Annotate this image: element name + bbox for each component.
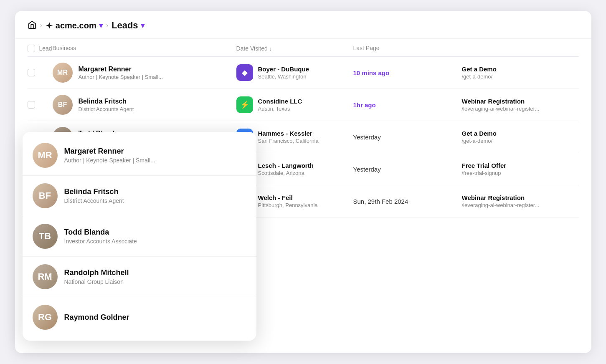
col-header-business: Business xyxy=(53,45,236,52)
biz-name-4: Welch - Feil xyxy=(258,194,318,201)
lastpage-url-1: /leveraging-ai-webinar-register... xyxy=(462,106,579,112)
date-cell-2: Yesterday xyxy=(353,134,462,141)
lead-name-1: Belinda Fritsch xyxy=(79,98,134,105)
biz-logo-0: ◆ xyxy=(236,64,253,81)
table-row[interactable]: BF Belinda Fritsch District Accounts Age… xyxy=(28,89,579,121)
biz-name-3: Lesch - Langworth xyxy=(258,162,314,169)
business-cell-0: ◆ Boyer - DuBuque Seattle, Washington xyxy=(236,64,353,81)
biz-name-0: Boyer - DuBuque xyxy=(258,66,309,73)
col-header-date[interactable]: Date Visited ↓ xyxy=(236,45,353,52)
business-cell-1: ⚡ Considine LLC Austin, Texas xyxy=(236,96,353,113)
float-avatar-initials-2: TB xyxy=(33,224,58,249)
biz-info-4: Welch - Feil Pittsburgh, Pennsylvania xyxy=(258,194,318,208)
acme-label: acme.com xyxy=(56,21,96,30)
breadcrumb: › acme.com ▾ › Leads ▾ xyxy=(15,11,591,39)
float-avatar-initials-4: RG xyxy=(33,305,58,330)
breadcrumb-sep-2: › xyxy=(106,22,108,29)
col-lastpage-label: Last Page xyxy=(353,45,380,51)
avatar-initials-0: MR xyxy=(57,69,68,76)
float-name-0: Margaret Renner xyxy=(64,147,155,156)
lead-name-0: Margaret Renner xyxy=(79,66,163,73)
lastpage-url-0: /get-a-demo/ xyxy=(462,73,579,80)
leads-chevron-icon: ▾ xyxy=(141,21,145,30)
row-checkbox-cell xyxy=(28,101,53,109)
date-cell-1: 1hr ago xyxy=(353,101,462,109)
col-date-label: Date Visited xyxy=(236,45,268,52)
home-icon[interactable] xyxy=(28,20,37,31)
float-row-1[interactable]: BF Belinda Fritsch District Accounts Age… xyxy=(23,176,256,216)
lastpage-cell-2: Get a Demo /get-a-demo/ xyxy=(462,130,579,144)
float-info-2: Todd Blanda Investor Accounts Associate xyxy=(64,228,137,245)
float-row-2[interactable]: TB Todd Blanda Investor Accounts Associa… xyxy=(23,216,256,257)
lastpage-cell-3: Free Trial Offer /free-trial-signup xyxy=(462,162,579,176)
biz-icon-0: ◆ xyxy=(242,68,248,77)
lastpage-title-1: Webinar Registration xyxy=(462,98,579,105)
lastpage-url-4: /leveraging-ai-webinar-register... xyxy=(462,202,579,208)
lastpage-cell-0: Get a Demo /get-a-demo/ xyxy=(462,66,579,80)
table-header: Lead Business Date Visited ↓ Last Page xyxy=(28,39,579,57)
lastpage-title-0: Get a Demo xyxy=(462,66,579,73)
float-row-3[interactable]: RM Randolph Mitchell National Group Liai… xyxy=(23,257,256,297)
float-row-0[interactable]: MR Margaret Renner Author | Keynote Spea… xyxy=(23,135,256,176)
lastpage-title-3: Free Trial Offer xyxy=(462,162,579,169)
float-avatar-initials-1: BF xyxy=(33,183,58,208)
date-cell-4: Sun, 29th Feb 2024 xyxy=(353,198,462,205)
biz-name-2: Hammes - Kessler xyxy=(258,130,319,137)
col-header-lead: Lead xyxy=(28,45,53,52)
date-cell-3: Yesterday xyxy=(353,166,462,173)
biz-loc-4: Pittsburgh, Pennsylvania xyxy=(258,202,318,208)
biz-loc-0: Seattle, Washington xyxy=(258,73,309,80)
svg-marker-0 xyxy=(46,22,53,29)
biz-logo-1: ⚡ xyxy=(236,96,253,113)
select-all-checkbox[interactable] xyxy=(28,45,35,52)
float-name-1: Belinda Fritsch xyxy=(64,187,124,196)
row-checkbox-1[interactable] xyxy=(28,101,35,109)
biz-info-0: Boyer - DuBuque Seattle, Washington xyxy=(258,66,309,80)
float-avatar-initials-0: MR xyxy=(33,143,58,168)
table-row[interactable]: MR Margaret Renner Author | Keynote Spea… xyxy=(28,57,579,89)
lead-cell-0: MR Margaret Renner Author | Keynote Spea… xyxy=(53,63,236,83)
spark-icon xyxy=(46,22,53,29)
float-avatar-initials-3: RM xyxy=(33,264,58,289)
lead-info-0: Margaret Renner Author | Keynote Speaker… xyxy=(79,66,163,80)
lastpage-title-4: Webinar Registration xyxy=(462,194,579,201)
date-cell-0: 10 mins ago xyxy=(353,69,462,76)
avatar-initials-1: BF xyxy=(58,101,67,109)
biz-loc-2: San Francisco, California xyxy=(258,138,319,144)
avatar-1: BF xyxy=(53,95,73,115)
lead-cell-1: BF Belinda Fritsch District Accounts Age… xyxy=(53,95,236,115)
float-info-4: Raymond Goldner xyxy=(64,313,129,322)
float-row-4[interactable]: RG Raymond Goldner xyxy=(23,297,256,337)
float-name-3: Randolph Mitchell xyxy=(64,268,129,277)
float-title-0: Author | Keynote Speaker | Small... xyxy=(64,157,155,164)
row-checkbox-0[interactable] xyxy=(28,69,35,76)
biz-name-1: Considine LLC xyxy=(258,98,302,105)
biz-loc-1: Austin, Texas xyxy=(258,106,302,112)
biz-info-3: Lesch - Langworth Scottsdale, Arizona xyxy=(258,162,314,176)
float-avatar-0: MR xyxy=(33,143,58,168)
biz-icon-1: ⚡ xyxy=(240,100,249,109)
leads-label: Leads xyxy=(112,20,138,31)
biz-info-2: Hammes - Kessler San Francisco, Californ… xyxy=(258,130,319,144)
lead-title-1: District Accounts Agent xyxy=(79,106,134,112)
biz-info-1: Considine LLC Austin, Texas xyxy=(258,98,302,112)
acme-chevron-icon: ▾ xyxy=(99,21,103,30)
float-title-1: District Accounts Agent xyxy=(64,197,124,204)
avatar-0: MR xyxy=(53,63,73,83)
breadcrumb-acme[interactable]: acme.com ▾ xyxy=(46,21,103,30)
main-card: › acme.com ▾ › Leads ▾ Lead Business Dat… xyxy=(15,11,591,353)
float-name-2: Todd Blanda xyxy=(64,228,137,237)
biz-loc-3: Scottsdale, Arizona xyxy=(258,170,314,176)
float-title-3: National Group Liaison xyxy=(64,278,129,285)
lastpage-cell-1: Webinar Registration /leveraging-ai-webi… xyxy=(462,98,579,112)
breadcrumb-sep-1: › xyxy=(40,22,42,29)
float-panel: MR Margaret Renner Author | Keynote Spea… xyxy=(23,132,256,341)
float-title-2: Investor Accounts Associate xyxy=(64,238,137,245)
float-info-1: Belinda Fritsch District Accounts Agent xyxy=(64,187,124,204)
col-business-label: Business xyxy=(53,45,76,51)
float-info-0: Margaret Renner Author | Keynote Speaker… xyxy=(64,147,155,164)
float-avatar-4: RG xyxy=(33,305,58,330)
breadcrumb-leads[interactable]: Leads ▾ xyxy=(112,20,145,31)
lead-title-0: Author | Keynote Speaker | Small... xyxy=(79,74,163,80)
lastpage-cell-4: Webinar Registration /leveraging-ai-webi… xyxy=(462,194,579,208)
